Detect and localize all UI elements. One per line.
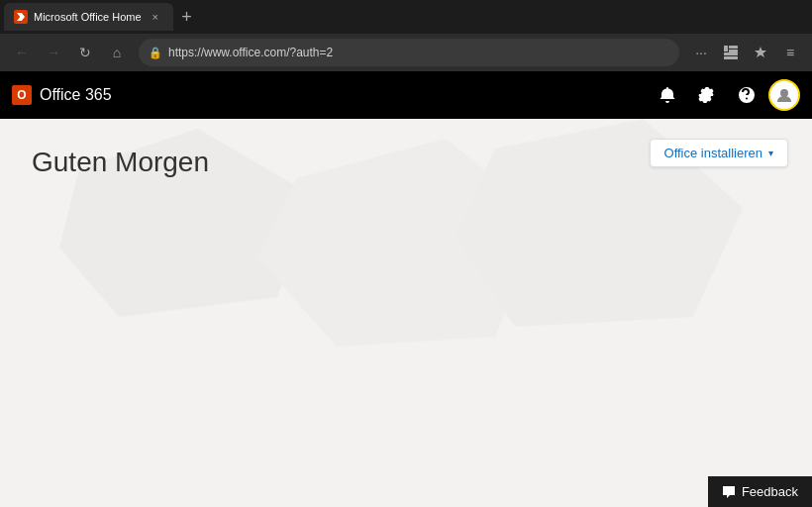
svg-rect-0 xyxy=(724,46,728,51)
active-tab[interactable]: Microsoft Office Home × xyxy=(4,3,173,31)
logo-letter: O xyxy=(17,88,26,102)
tab-close-button[interactable]: × xyxy=(148,9,163,25)
help-button[interactable] xyxy=(729,77,764,113)
install-chevron-icon: ▾ xyxy=(768,148,773,158)
back-button[interactable]: ← xyxy=(8,39,36,66)
tab-title: Microsoft Office Home xyxy=(34,11,142,23)
main-content: Guten Morgen Office installieren ▾ Feedb… xyxy=(0,119,812,507)
bookmarks-button[interactable] xyxy=(717,39,745,66)
settings-button[interactable] xyxy=(689,77,725,113)
lock-icon: 🔒 xyxy=(149,47,162,59)
menu-button[interactable]: ≡ xyxy=(776,39,804,66)
tab-bar: Microsoft Office Home × + xyxy=(0,0,812,34)
tab-favicon xyxy=(14,10,28,24)
feedback-button[interactable]: Feedback xyxy=(708,476,812,507)
svg-rect-1 xyxy=(729,46,738,49)
office-title: Office 365 xyxy=(40,86,112,104)
install-office-button[interactable]: Office installieren ▾ xyxy=(650,139,788,167)
feedback-label: Feedback xyxy=(742,484,798,499)
office-logo: O Office 365 xyxy=(12,85,112,105)
office-logo-icon: O xyxy=(12,85,32,105)
forward-button[interactable]: → xyxy=(40,39,67,66)
notifications-button[interactable] xyxy=(650,77,685,113)
svg-rect-4 xyxy=(724,56,738,59)
more-tools-button[interactable]: ··· xyxy=(687,39,715,66)
svg-point-5 xyxy=(780,89,788,97)
office-header-right xyxy=(650,77,800,113)
url-text: https://www.office.com/?auth=2 xyxy=(168,46,669,59)
refresh-button[interactable]: ↻ xyxy=(71,39,99,66)
nav-right-controls: ··· ≡ xyxy=(687,39,804,66)
install-button-label: Office installieren xyxy=(664,146,762,160)
office-header: O Office 365 xyxy=(0,71,812,119)
svg-rect-3 xyxy=(724,52,738,55)
favorites-icon[interactable] xyxy=(747,39,774,66)
home-button[interactable]: ⌂ xyxy=(103,39,131,66)
navigation-bar: ← → ↻ ⌂ 🔒 https://www.office.com/?auth=2… xyxy=(0,34,812,71)
new-tab-button[interactable]: + xyxy=(173,3,201,31)
address-bar[interactable]: 🔒 https://www.office.com/?auth=2 xyxy=(139,39,679,66)
user-avatar-button[interactable] xyxy=(768,79,800,111)
feedback-icon xyxy=(722,485,736,499)
svg-rect-2 xyxy=(729,50,738,52)
